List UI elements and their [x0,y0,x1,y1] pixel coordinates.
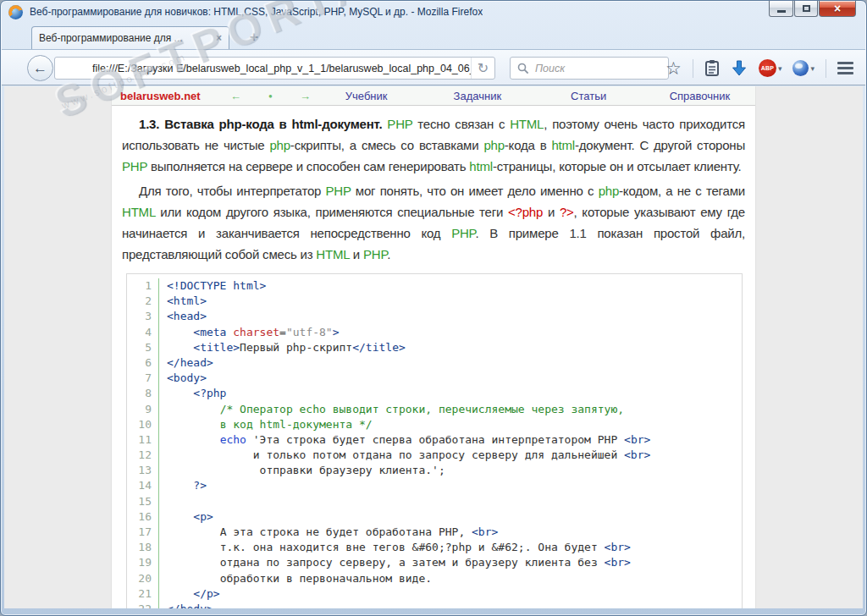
text-segment: мог понять, что он имеет дело именно с [351,184,599,198]
site-nav-links: УчебникЗадачникСтатьиСправочник [311,90,755,102]
code-text: echo 'Эта строка будет сперва обработана… [159,432,742,448]
minimize-icon [777,10,786,13]
toolbar-divider [693,59,693,78]
search-input[interactable]: Поиск [510,57,669,80]
paragraph: 1.3. Вставка php-кода в html-документ. P… [122,113,745,177]
star-icon: ☆ [665,59,682,77]
adblock-plus-button[interactable]: ABP ▾ [759,59,782,77]
code-text [159,494,742,509]
code-segment: <p> [193,510,213,523]
text-segment: выполняется на сервере и способен сам ге… [147,159,469,173]
code-segment: и только потом отдана по запросу серверу… [167,448,624,461]
code-segment [167,341,193,354]
adblock-icon: ABP [759,59,776,77]
reload-button[interactable]: ↻ [471,58,494,79]
code-line: 11 echo 'Эта строка будет сперва обработ… [127,432,742,448]
code-segment: </p> [193,587,219,600]
code-text: <p> [159,509,742,525]
code-line: 17 А эта строка не будет обработана PHP,… [127,525,742,540]
restore-button[interactable] [794,1,818,17]
lesson-nav-arrows: ← ● → [230,90,311,102]
next-lesson-arrow-icon[interactable]: → [300,90,311,102]
url-bar[interactable]: file:///E:/Загрузки E/belarusweb_local_p… [54,57,495,80]
site-nav-link-1[interactable]: Учебник [311,90,422,102]
site-navigation-bar: belarusweb.net ← ● → УчебникЗадачникСтат… [112,86,755,106]
bookmark-star-button[interactable]: ☆ [665,59,682,77]
site-nav-link-3[interactable]: Статьи [533,90,644,102]
tab-close-icon[interactable]: × [216,32,222,44]
search-icon [517,63,529,74]
code-line: 5 <title>Первый php-скрипт</title> [127,340,742,355]
code-segment: </body> [167,602,213,608]
text-segment: и [543,205,560,219]
browser-window: Веб-программирование для новичков: HTML,… [0,0,867,616]
text-segment: -кода в [505,138,552,152]
code-segment: "utf-8" [286,326,333,338]
line-number: 10 [127,417,159,432]
line-number: 13 [127,463,159,478]
code-line: 9 /* Оператор echo выводит строки, переч… [127,402,742,417]
globe-extension-icon [792,60,809,76]
url-text[interactable]: file:///E:/Загрузки E/belarusweb_local_p… [92,63,471,74]
reading-list-button[interactable] [704,59,720,77]
contents-dot-icon[interactable]: ● [268,92,273,100]
code-segment [167,418,220,431]
code-segment: 'Эта строка будет сперва обработана инте… [246,433,624,446]
site-nav-link-2[interactable]: Задачник [422,90,533,102]
code-segment: <!DOCTYPE html> [167,279,266,292]
site-nav-link-4[interactable]: Справочник [644,90,755,102]
code-segment [167,587,193,600]
prev-lesson-arrow-icon[interactable]: ← [230,90,241,102]
code-line: 14 ?> [127,478,742,493]
code-segment: </title> [352,341,406,354]
back-button[interactable]: ← [27,55,53,81]
new-tab-button[interactable]: + [243,28,265,47]
text-segment: -кодом, а не с тегами [619,184,745,198]
code-segment [167,387,193,399]
tab-strip: Веб-программирование для ... × + [1,24,866,49]
text-segment: -скрипты, а смесь со вставками [290,138,484,152]
search-placeholder: Поиск [535,63,565,74]
line-number: 19 [127,555,159,570]
code-line: 21 </p> [127,586,742,602]
close-icon: × [834,3,841,14]
code-segment: обработки в первоначальном виде. [220,572,432,585]
code-segment: в код html-документа */ [220,418,373,431]
text-segment: html [469,159,493,173]
page-content: belarusweb.net ← ● → УчебникЗадачникСтат… [112,86,755,608]
code-segment: <br> [624,433,650,446]
code-text: </head> [159,355,742,371]
code-segment: <?php [193,387,226,399]
line-number: 18 [127,540,159,555]
text-segment: HTML [316,247,349,261]
tab-active[interactable]: Веб-программирование для ... × [31,26,229,49]
text-segment: PHP [387,117,412,131]
close-button[interactable]: × [819,1,856,17]
line-number: 15 [127,494,159,509]
minimize-button[interactable] [769,1,793,17]
code-segment: <body> [167,371,207,384]
extension-button[interactable]: ▾ [792,60,815,76]
firefox-icon [8,5,23,19]
code-line: 22</body> [127,602,742,608]
code-segment: <head> [167,310,207,322]
site-brand[interactable]: belarusweb.net [112,90,230,102]
downloads-button[interactable] [731,60,748,77]
code-segment: </head> [167,356,213,369]
menu-button[interactable] [837,62,853,74]
code-text: т.к. она находится вне тегов &#60;?php и… [159,540,742,555]
code-text: обработки в первоначальном виде. [159,571,742,586]
code-text: отправки браузеру клиента.'; [159,463,742,478]
text-segment: или кодом другого языка, применяются спе… [155,205,508,219]
text-segment: php [269,138,290,152]
text-segment: ?> [560,205,574,219]
adblock-label: ABP [761,65,774,71]
title-bar[interactable]: Веб-программирование для новичков: HTML,… [1,1,866,23]
restore-icon [803,5,810,12]
code-line: 10 в код html-документа */ [127,417,742,432]
text-segment: html [551,138,575,152]
toolbar-divider [826,59,826,78]
code-segment [167,541,220,553]
text-segment: PHP [122,159,147,173]
code-segment [167,572,220,585]
